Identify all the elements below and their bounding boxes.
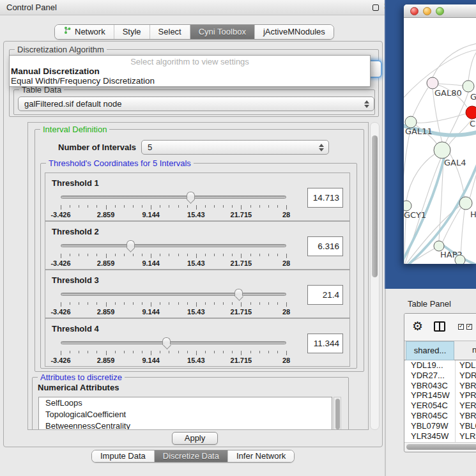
table-row[interactable]: YBR043CYBR0 — [404, 381, 476, 391]
threshold-value-field[interactable]: 14.713 — [307, 188, 343, 208]
tab-label: Style — [123, 25, 141, 39]
node-label: GAL11 — [405, 127, 433, 136]
table-hscrollbar[interactable] — [404, 442, 476, 451]
tick-mark — [205, 254, 206, 256]
tick-label: 2.859 — [97, 211, 115, 219]
tab-network[interactable]: Network — [55, 25, 114, 39]
slider-handle[interactable] — [162, 337, 171, 345]
network-node-gcy1[interactable] — [404, 201, 411, 211]
attributes-scrollbar-thumb[interactable] — [335, 399, 340, 429]
tick-mark — [96, 351, 97, 353]
close-traffic-light[interactable] — [410, 7, 418, 15]
table-row[interactable]: YDR27...YDR2 — [404, 371, 476, 381]
number-of-intervals-combobox[interactable]: 5 — [141, 140, 329, 155]
tab-style[interactable]: Style — [114, 25, 150, 39]
split-columns-icon[interactable] — [434, 321, 445, 332]
algorithm-dropdown-popup: Select algorithm to view settings Manual… — [9, 55, 371, 87]
tab-discretize-data[interactable]: Discretize Data — [155, 450, 228, 462]
tick-label: 28 — [282, 308, 290, 316]
network-node[interactable] — [455, 255, 465, 264]
table-row[interactable]: YER054CYER0 — [404, 401, 476, 411]
slider-tick-labels: -3.4262.8599.14415.4321.71528 — [61, 211, 286, 219]
tick-mark — [160, 254, 160, 256]
tick-mark — [223, 254, 224, 256]
apply-button[interactable]: Apply — [172, 432, 218, 445]
panel-title: Control Panel — [6, 3, 57, 12]
tick-mark — [124, 254, 125, 256]
tab-jactivemnodules[interactable]: jActiveMNodules — [255, 25, 334, 39]
tab-infer-network[interactable]: Infer Network — [228, 450, 294, 462]
tick-mark — [169, 351, 169, 353]
network-node-gal4[interactable] — [434, 142, 450, 158]
tick-mark — [286, 254, 287, 258]
zoom-traffic-light[interactable] — [436, 7, 444, 15]
tick-label: 15.43 — [187, 211, 205, 219]
attribute-item-betweennesscentrality[interactable]: BetweennessCentrality — [39, 420, 332, 430]
checkbox-icon[interactable] — [458, 324, 464, 330]
tick-mark — [232, 351, 233, 353]
threshold-value-field[interactable]: 11.344 — [307, 334, 343, 353]
threshold-slider[interactable] — [61, 337, 286, 351]
dropdown-placeholder: Select algorithm to view settings — [10, 56, 370, 66]
checkbox-icon[interactable] — [466, 324, 472, 330]
attributes-scrollbar[interactable] — [334, 397, 341, 430]
tick-mark — [250, 351, 251, 353]
attribute-item-topologicalcoefficient[interactable]: TopologicalCoefficient — [39, 409, 332, 420]
tick-mark — [96, 302, 97, 305]
tick-label: -3.426 — [50, 357, 70, 364]
threshold-value-field[interactable]: 6.316 — [307, 236, 343, 256]
table-hscrollbar-thumb[interactable] — [406, 444, 476, 450]
tick-mark — [286, 351, 287, 355]
network-node-h[interactable] — [459, 197, 472, 210]
tick-mark — [79, 351, 79, 353]
slider-track[interactable] — [61, 341, 286, 344]
tick-mark — [124, 351, 125, 353]
desktop-background: GAL80GACGAL11GAL4GCY1HHAP2 — [385, 0, 476, 289]
attribute-item-selfloops[interactable]: SelfLoops — [39, 397, 332, 409]
threshold-slider[interactable] — [61, 191, 286, 205]
slider-handle[interactable] — [187, 192, 195, 199]
combo-spinner-icon — [319, 144, 324, 151]
network-canvas[interactable]: GAL80GACGAL11GAL4GCY1HHAP2 — [404, 18, 476, 264]
slider-handle[interactable] — [127, 240, 135, 248]
tick-mark — [133, 351, 134, 353]
tick-mark — [151, 205, 151, 210]
table-row[interactable]: YLR345WYLR3 — [404, 431, 476, 441]
tab-select[interactable]: Select — [150, 25, 190, 39]
tick-mark — [160, 205, 160, 208]
dropdown-option-manual-discretization[interactable]: Manual Discretization — [10, 66, 370, 76]
table-row[interactable]: YBR045CYBR0 — [404, 411, 476, 421]
slider-track[interactable] — [61, 196, 286, 199]
panel-scrollbar-thumb[interactable] — [372, 135, 378, 277]
tab-impute-data[interactable]: Impute Data — [92, 450, 155, 462]
table-row[interactable]: YPR145WYPR1 — [404, 390, 476, 401]
table-row[interactable]: YBL079WYBL0 — [404, 421, 476, 431]
slider-track[interactable] — [61, 244, 286, 247]
network-node-ga[interactable] — [463, 81, 474, 92]
column-header-name[interactable]: na — [456, 341, 476, 360]
panel-scrollbar[interactable] — [370, 122, 380, 430]
network-node-c[interactable] — [466, 106, 476, 119]
threshold-value-field[interactable]: 21.4 — [307, 285, 343, 305]
tab-cyni-toolbox[interactable]: Cyni Toolbox — [190, 25, 255, 39]
tick-mark — [250, 254, 251, 256]
slider-track[interactable] — [61, 293, 286, 296]
minimize-traffic-light[interactable] — [423, 7, 431, 15]
tick-label: 21.715 — [231, 211, 252, 219]
threshold-slider[interactable] — [61, 240, 286, 254]
dropdown-option-equal-width-frequency-discretization[interactable]: Equal Width/Frequency Discretization — [10, 76, 370, 86]
network-node-gal80[interactable] — [427, 77, 438, 89]
cell-shared-name: YBR045C — [411, 411, 448, 421]
cell-shared-name: YBL079W — [411, 421, 449, 431]
tick-mark — [232, 302, 233, 305]
column-header-shared[interactable]: shared... — [406, 341, 454, 360]
tick-mark — [160, 351, 160, 353]
gear-icon[interactable]: ⚙ — [412, 319, 423, 334]
table-row[interactable]: YDL19...YDL1 — [404, 360, 476, 371]
threshold-slider[interactable] — [61, 288, 286, 302]
network-window[interactable]: GAL80GACGAL11GAL4GCY1HHAP2 — [404, 4, 476, 264]
slider-handle[interactable] — [234, 289, 243, 296]
float-window-icon[interactable] — [372, 4, 379, 11]
table-data-combobox[interactable]: galFiltered.sif default node — [18, 96, 374, 111]
tick-mark — [115, 351, 116, 353]
